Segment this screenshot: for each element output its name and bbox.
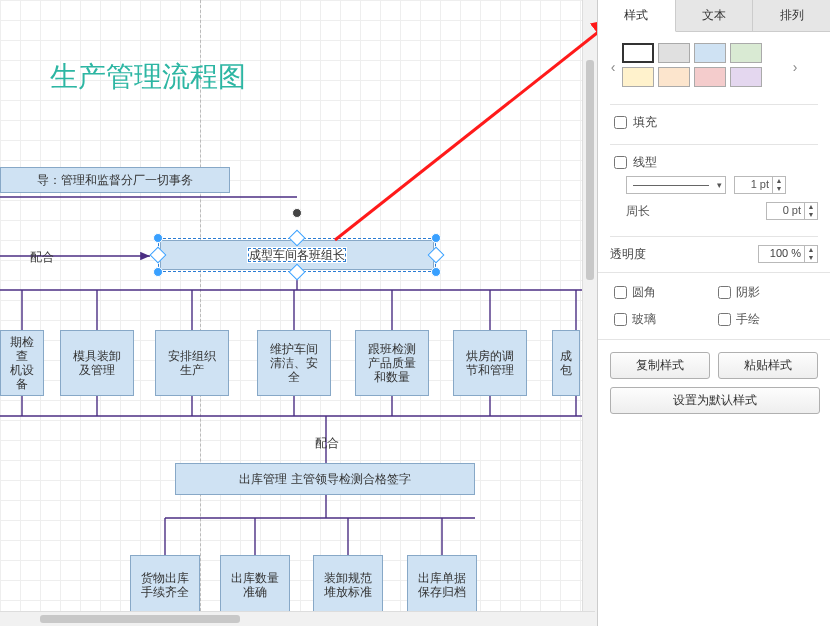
node-row-2[interactable]: 安排组织生产: [155, 330, 229, 396]
swatch-7[interactable]: [730, 67, 762, 87]
scrollbar-horizontal[interactable]: [0, 611, 595, 626]
fill-checkbox[interactable]: [614, 116, 627, 129]
swatch-4[interactable]: [622, 67, 654, 87]
diagram-canvas[interactable]: 生产管理流程图: [0, 0, 595, 626]
node-row-6[interactable]: 成包: [552, 330, 580, 396]
swatch-2[interactable]: [694, 43, 726, 63]
stroke-toggle[interactable]: 线型: [610, 144, 818, 172]
stroke-checkbox[interactable]: [614, 156, 627, 169]
tab-style[interactable]: 样式: [598, 0, 676, 32]
shadow-checkbox[interactable]: [718, 286, 731, 299]
swatch-6[interactable]: [694, 67, 726, 87]
glass-checkbox[interactable]: [614, 313, 627, 326]
node-selected-text[interactable]: 成型车间各班组长: [247, 247, 347, 263]
scrollbar-vertical[interactable]: [582, 0, 597, 626]
copy-style-button[interactable]: 复制样式: [610, 352, 710, 379]
color-palette: ‹ ›: [598, 32, 830, 95]
node-bottom-1[interactable]: 出库数量准确: [220, 555, 290, 615]
stroke-width-stepper[interactable]: 1 pt ▲▼: [734, 176, 786, 194]
format-panel: 样式 文本 排列 ‹ › 填充 线型 ▾: [597, 0, 830, 626]
rounded-checkbox[interactable]: [614, 286, 627, 299]
node-outbound-mgmt[interactable]: 出库管理 主管领导检测合格签字: [175, 463, 475, 495]
node-bottom-2[interactable]: 装卸规范堆放标准: [313, 555, 383, 615]
rotate-handle: [292, 208, 302, 218]
palette-prev-icon[interactable]: ‹: [606, 41, 620, 75]
fill-toggle[interactable]: 填充: [610, 104, 818, 132]
palette-next-icon[interactable]: ›: [788, 41, 802, 75]
set-default-style-button[interactable]: 设置为默认样式: [610, 387, 820, 414]
opacity-stepper[interactable]: 100 % ▲▼: [758, 245, 818, 263]
swatch-0[interactable]: [622, 43, 654, 63]
node-row-3[interactable]: 维护车间清洁、安全: [257, 330, 331, 396]
node-row-5[interactable]: 烘房的调节和管理: [453, 330, 527, 396]
shadow-toggle[interactable]: 阴影: [714, 283, 818, 302]
swatch-1[interactable]: [658, 43, 690, 63]
swatch-5[interactable]: [658, 67, 690, 87]
node-row-0[interactable]: 期检查机设备: [0, 330, 44, 396]
swatch-3[interactable]: [730, 43, 762, 63]
edge-label-cooperate-2: 配合: [315, 435, 339, 452]
perimeter-stepper[interactable]: 0 pt ▲▼: [766, 202, 818, 220]
chevron-down-icon: ▾: [717, 180, 722, 190]
node-bottom-0[interactable]: 货物出库手续齐全: [130, 555, 200, 615]
panel-tabs: 样式 文本 排列: [598, 0, 830, 32]
glass-toggle[interactable]: 玻璃: [610, 310, 714, 329]
node-row-4[interactable]: 跟班检测产品质量和数量: [355, 330, 429, 396]
paste-style-button[interactable]: 粘贴样式: [718, 352, 818, 379]
sketch-checkbox[interactable]: [718, 313, 731, 326]
node-director[interactable]: 导：管理和监督分厂一切事务: [0, 167, 230, 193]
node-row-1[interactable]: 模具装卸及管理: [60, 330, 134, 396]
sketch-toggle[interactable]: 手绘: [714, 310, 818, 329]
node-bottom-3[interactable]: 出库单据保存归档: [407, 555, 477, 615]
node-selected[interactable]: 成型车间各班组长: [160, 240, 434, 270]
tab-arrange[interactable]: 排列: [753, 0, 830, 31]
diagram-title: 生产管理流程图: [50, 58, 246, 96]
opacity-label: 透明度: [610, 246, 758, 263]
stroke-style-dropdown[interactable]: ▾: [626, 176, 726, 194]
edge-label-cooperate: 配合: [30, 249, 54, 266]
rounded-toggle[interactable]: 圆角: [610, 283, 714, 302]
tab-text[interactable]: 文本: [676, 0, 754, 31]
